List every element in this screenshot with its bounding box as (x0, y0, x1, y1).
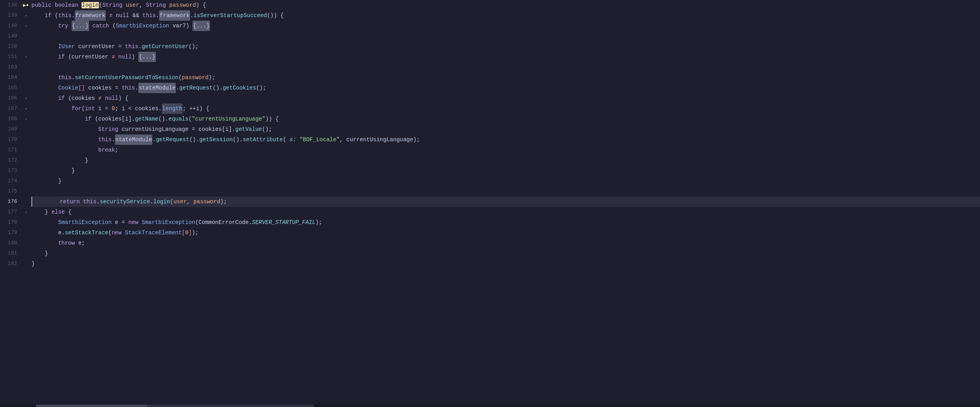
dot: . (72, 72, 75, 83)
paren: ( (99, 0, 102, 10)
keyword-new: new (128, 217, 142, 228)
fold-icon: ▾ (25, 96, 27, 101)
code-line-150: IUser currentUser = this.getCurrentUser(… (31, 41, 980, 52)
keyword-null: null (116, 10, 129, 21)
gutter-cell-140[interactable]: ▾ (22, 21, 30, 31)
plain-currentUsing: currentUsingLanguage = cookies[i]. (122, 124, 235, 134)
line-row: 150 (0, 41, 30, 52)
code-line-171: break; (31, 145, 980, 155)
gutter-cell-178 (22, 217, 30, 228)
keyword-if2: if (58, 52, 68, 62)
fn-getRequest2: getRequest (156, 134, 189, 145)
keyword-this: this (58, 10, 72, 21)
indent-140 (31, 21, 58, 31)
dot: . (156, 10, 159, 21)
param-password3: password (193, 197, 220, 207)
line-number: 178 (0, 217, 22, 228)
breakpoint-dot: ● (26, 3, 29, 8)
line-row: 164 (0, 72, 30, 83)
gutter-cell-138[interactable]: ▶● (22, 0, 30, 10)
fn-securityService: securityService (100, 197, 150, 207)
line-row: 163 (0, 62, 30, 72)
gutter-cell-176 (22, 197, 30, 207)
paren: ( (195, 217, 198, 228)
keyword-this2: this (142, 10, 156, 21)
paren: ) { (118, 93, 128, 103)
paren: (). (213, 83, 223, 93)
param-user: user (126, 0, 139, 10)
line-number: 166 (0, 93, 22, 103)
line-number: 168 (0, 114, 22, 124)
gutter-cell-139[interactable]: ▾ (22, 10, 30, 21)
code-lines[interactable]: public boolean login(String user, String… (30, 0, 980, 404)
gutter-cell-151[interactable]: ▾ (22, 52, 30, 62)
paren: ); (220, 197, 227, 207)
line-row: 166 ▾ (0, 93, 30, 103)
indent-181 (31, 248, 45, 259)
line-row: 149 (0, 31, 30, 41)
keyword-public: public (31, 0, 55, 10)
dot: . (97, 197, 100, 207)
gutter-cell-180 (22, 238, 30, 248)
brace-close4: } (45, 248, 48, 259)
code-line-163 (31, 62, 980, 72)
gutter-cell-173 (22, 166, 30, 176)
indent-139 (31, 10, 45, 21)
paren: (); (262, 124, 272, 134)
const-server-startup-fail: SERVER_STARTUP_FAIL (252, 217, 316, 228)
param-password: password (169, 0, 196, 10)
fn-getCookies: getCookies (223, 83, 256, 93)
code-line-172: } (31, 155, 980, 166)
scrollbar-thumb[interactable] (36, 405, 147, 407)
fn-getSession: getSession (199, 134, 233, 145)
line-number: 172 (0, 155, 22, 166)
code-line-177: } else { (31, 207, 980, 217)
plain: ; i < cookies. (115, 103, 162, 114)
brace-close2: } (72, 166, 75, 176)
highlight-length: length (162, 103, 183, 114)
keyword-if4: if (85, 114, 95, 124)
paren: ); (315, 217, 322, 228)
gutter-cell-170 (22, 134, 30, 145)
code-line-174: } (31, 176, 980, 186)
paren: (cookies (68, 93, 98, 103)
keyword-if: if (45, 10, 55, 21)
type-smartbi: SmartbiException (116, 21, 169, 31)
plain (106, 10, 109, 21)
type-smartbi3: SmartbiException (142, 217, 195, 228)
line-number: 167 (0, 103, 22, 114)
keyword-boolean: boolean (55, 0, 82, 10)
dot: . (138, 41, 142, 52)
paren: ( (82, 103, 85, 114)
line-row: 167 ▾ (0, 103, 30, 114)
str-currentUsingLanguage: "currentUsingLanguage" (192, 114, 265, 124)
highlight-statemodule1: stateModule (138, 83, 176, 93)
paren: (cookies[i]. (95, 114, 135, 124)
paren: (). (233, 134, 243, 145)
fn-isServerStartupSucceed: isServerStartupSucceed (193, 10, 267, 21)
keyword-null3: null (105, 93, 119, 103)
debug-arrow-icon: ▶ (23, 2, 26, 8)
indent-180 (31, 238, 58, 248)
horizontal-scrollbar[interactable] (0, 404, 980, 407)
scrollbar-track[interactable] (36, 405, 314, 407)
gutter-cell-150 (22, 41, 30, 52)
line-row: 177 ▾ (0, 207, 30, 217)
gutter-cell-167[interactable]: ▾ (22, 103, 30, 114)
paren: )) { (265, 114, 279, 124)
paren: ()) { (267, 10, 284, 21)
line-row: 151 ▾ (0, 52, 30, 62)
line-row: 139 ▾ (0, 10, 30, 21)
line-row: 168 ▾ (0, 114, 30, 124)
param-password2: password (182, 72, 208, 83)
gutter-cell-168[interactable]: ▾ (22, 114, 30, 124)
indent-173 (31, 166, 72, 176)
code-line-175 (31, 186, 980, 197)
line-number: 180 (0, 238, 22, 248)
str-bof-locale: "BOF_Locale" (299, 134, 340, 145)
plain: ; ++i) { (183, 103, 209, 114)
gutter-cell-177[interactable]: ▾ (22, 207, 30, 217)
gutter-cell-166[interactable]: ▾ (22, 93, 30, 103)
gutter-cell-182 (22, 259, 30, 269)
bracket: [ (182, 228, 185, 238)
